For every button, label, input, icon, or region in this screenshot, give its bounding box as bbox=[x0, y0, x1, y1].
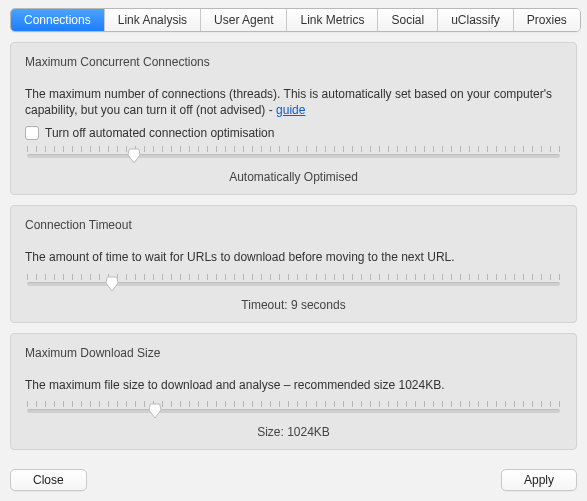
checkbox-row[interactable]: Turn off automated connection optimisati… bbox=[25, 126, 562, 140]
panel-desc: The maximum number of connections (threa… bbox=[25, 87, 562, 118]
concurrent-slider[interactable] bbox=[25, 146, 562, 160]
slider-caption: Timeout: 9 seconds bbox=[25, 298, 562, 312]
panel-title: Connection Timeout bbox=[25, 218, 562, 232]
download-slider[interactable] bbox=[25, 401, 562, 415]
tab-link-metrics[interactable]: Link Metrics bbox=[287, 9, 378, 31]
close-button[interactable]: Close bbox=[10, 469, 87, 491]
tab-proxies[interactable]: Proxies bbox=[514, 9, 580, 31]
tab-social[interactable]: Social bbox=[378, 9, 438, 31]
tab-connections[interactable]: Connections bbox=[11, 9, 105, 31]
panel-desc: The maximum file size to download and an… bbox=[25, 378, 562, 394]
checkbox-label: Turn off automated connection optimisati… bbox=[45, 126, 274, 140]
tab-user-agent[interactable]: User Agent bbox=[201, 9, 287, 31]
apply-button[interactable]: Apply bbox=[501, 469, 577, 491]
panel-timeout: Connection Timeout The amount of time to… bbox=[10, 205, 577, 323]
checkbox-icon[interactable] bbox=[25, 126, 39, 140]
slider-caption: Automatically Optimised bbox=[25, 170, 562, 184]
footer: Close Apply bbox=[10, 463, 577, 491]
panels-container: Maximum Concurrent Connections The maxim… bbox=[10, 42, 577, 463]
panel-desc: The amount of time to wait for URLs to d… bbox=[25, 250, 562, 266]
guide-link[interactable]: guide bbox=[276, 103, 305, 117]
tab-bar: ConnectionsLink AnalysisUser AgentLink M… bbox=[10, 8, 581, 32]
panel-title: Maximum Concurrent Connections bbox=[25, 55, 562, 69]
panel-concurrent: Maximum Concurrent Connections The maxim… bbox=[10, 42, 577, 195]
panel-title: Maximum Download Size bbox=[25, 346, 562, 360]
tab-link-analysis[interactable]: Link Analysis bbox=[105, 9, 201, 31]
slider-track bbox=[27, 409, 560, 413]
tab-uclassify[interactable]: uClassify bbox=[438, 9, 514, 31]
timeout-slider[interactable] bbox=[25, 274, 562, 288]
panel-download: Maximum Download Size The maximum file s… bbox=[10, 333, 577, 451]
slider-track bbox=[27, 154, 560, 158]
slider-caption: Size: 1024KB bbox=[25, 425, 562, 439]
